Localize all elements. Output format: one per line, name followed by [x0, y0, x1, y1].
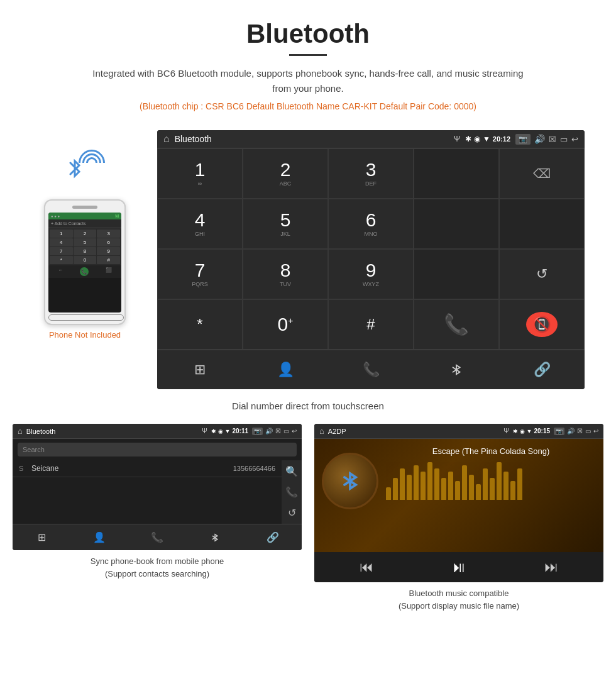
phone-key-9: 9 [97, 247, 120, 255]
pb-x-icon[interactable]: ☒ [275, 428, 281, 435]
phone-key-star: * [50, 256, 73, 264]
topbar-icons-right: 📷 🔊 ☒ ▭ ↩ [515, 134, 578, 145]
pb-search-bar[interactable]: Search [18, 443, 297, 456]
eq-bar [469, 475, 474, 500]
usb-icon: Ψ [454, 135, 460, 143]
dial-call-green-btn[interactable]: 📞 [414, 299, 499, 350]
location-icon: ◉ [474, 135, 480, 143]
pb-nav-bt[interactable] [186, 528, 244, 546]
music-prev-btn[interactable]: ⏮ [360, 559, 373, 575]
eq-bar [421, 472, 426, 500]
phone-key-8: 8 [74, 247, 97, 255]
phone-key-3: 3 [97, 230, 120, 238]
dial-key-6[interactable]: 6 MNO [328, 199, 414, 249]
main-section: ● ● ● M + Add to Contacts 1 2 3 4 5 6 7 … [0, 130, 616, 389]
dial-key-3[interactable]: 3 DEF [328, 148, 414, 199]
nav-grid-btn[interactable]: ⊞ [157, 357, 243, 383]
dial-star: * [197, 316, 202, 333]
music-caption-line1: Bluetooth music compatible [409, 589, 509, 598]
dial-key-0[interactable]: 0+ [243, 299, 328, 350]
pb-vol-icon[interactable]: 🔊 [265, 428, 273, 435]
dial-key-9[interactable]: 9 WXYZ [328, 249, 414, 299]
volume-icon[interactable]: 🔊 [534, 134, 545, 144]
nav-phone-btn[interactable]: 📞 [328, 357, 414, 383]
dial-key-1[interactable]: 1 ∞ [157, 148, 243, 199]
pb-camera-icon[interactable]: 📷 [252, 428, 263, 435]
phone-device: ● ● ● M + Add to Contacts 1 2 3 4 5 6 7 … [44, 199, 126, 325]
pb-title: Bluetooth [26, 428, 198, 435]
home-icon[interactable]: ⌂ [163, 133, 170, 145]
pb-home-icon[interactable]: ⌂ [18, 426, 23, 436]
music-topbar: ⌂ A2DP Ψ ✱ ◉ ▼ 20:15 📷 🔊 ☒ ▭ ↩ [314, 424, 603, 439]
music-back-icon[interactable]: ↩ [593, 428, 598, 435]
phone-call-btn: 📞 [80, 267, 89, 276]
dial-key-2[interactable]: 2 ABC [243, 148, 328, 199]
bt-status-icon: ✱ [465, 135, 471, 143]
pb-refresh-icon[interactable]: ↺ [288, 507, 296, 519]
pb-back-icon[interactable]: ↩ [292, 428, 297, 435]
nav-link-btn[interactable]: 🔗 [499, 357, 585, 383]
pb-topbar: ⌂ Bluetooth Ψ ✱ ◉ ▼ 20:11 📷 🔊 ☒ ▭ ↩ [13, 424, 302, 439]
dial-letters-5: JKL [280, 231, 290, 237]
pb-search-icon[interactable]: 🔍 [285, 465, 298, 477]
dial-empty-1 [414, 148, 499, 199]
dial-key-5[interactable]: 5 JKL [243, 199, 328, 249]
eq-bar [414, 465, 419, 500]
dial-key-star[interactable]: * [157, 299, 243, 350]
phone-key-2: 2 [74, 230, 97, 238]
phone-screen-header: ● ● ● M [48, 213, 121, 219]
music-x-icon[interactable]: ☒ [577, 428, 583, 435]
dial-empty-3 [499, 199, 585, 249]
nav-contacts-btn[interactable]: 👤 [243, 357, 328, 383]
dial-number-7: 7 [195, 261, 206, 280]
refresh-icon: ↺ [536, 266, 547, 282]
phonebook-screen: ⌂ Bluetooth Ψ ✱ ◉ ▼ 20:11 📷 🔊 ☒ ▭ ↩ [13, 424, 302, 550]
dial-screen-container: ⌂ Bluetooth Ψ ✱ ◉ ▼ 20:12 📷 🔊 ☒ ▭ ↩ [157, 130, 597, 389]
pb-bottom-nav: ⊞ 👤 📞 🔗 [13, 524, 302, 550]
music-album-art [322, 453, 378, 509]
car-topbar: ⌂ Bluetooth Ψ ✱ ◉ ▼ 20:12 📷 🔊 ☒ ▭ ↩ [157, 130, 585, 148]
music-win-icon[interactable]: ▭ [585, 428, 591, 435]
pb-contact-name: Seicane [31, 464, 228, 473]
dial-key-hash[interactable]: # [328, 299, 414, 350]
dial-backspace[interactable]: ⌫ [499, 148, 585, 199]
music-next-btn[interactable]: ⏭ [544, 559, 558, 575]
dial-key-4[interactable]: 4 GHI [157, 199, 243, 249]
dial-key-8[interactable]: 8 TUV [243, 249, 328, 299]
music-home-icon[interactable]: ⌂ [319, 426, 324, 436]
window-icon[interactable]: ▭ [560, 135, 568, 144]
music-controls: ⏮ ⏯ ⏭ [314, 552, 603, 582]
music-camera-icon[interactable]: 📷 [554, 428, 564, 435]
dial-key-7[interactable]: 7 PQRS [157, 249, 243, 299]
music-time: 20:15 [534, 428, 550, 434]
dial-number-0: 0+ [278, 315, 294, 334]
music-playpause-btn[interactable]: ⏯ [451, 558, 466, 576]
dial-letters-7: PQRS [192, 281, 208, 287]
music-vol-icon[interactable]: 🔊 [567, 428, 575, 435]
eq-bar [441, 478, 446, 500]
camera-icon-box[interactable]: 📷 [515, 134, 531, 145]
nav-bluetooth-btn[interactable] [414, 357, 499, 383]
pb-nav-contacts[interactable]: 👤 [70, 528, 128, 546]
dial-number-8: 8 [280, 261, 291, 280]
eq-bar [407, 475, 412, 500]
music-caption: Bluetooth music compatible (Support disp… [399, 587, 519, 612]
dial-number-6: 6 [366, 211, 377, 230]
dial-call-red-btn[interactable]: 📵 [499, 299, 585, 350]
phone-signal: M [61, 214, 119, 218]
phone-bottom-bar: ← 📞 ⬛ [48, 265, 121, 278]
dial-letters-3: DEF [365, 180, 377, 187]
eq-bar [427, 462, 432, 500]
music-screen: ⌂ A2DP Ψ ✱ ◉ ▼ 20:15 📷 🔊 ☒ ▭ ↩ [314, 424, 603, 582]
pb-call-icon[interactable]: 📞 [285, 486, 298, 498]
x-icon[interactable]: ☒ [549, 135, 556, 144]
dial-refresh[interactable]: ↺ [499, 249, 585, 299]
pb-contact-row[interactable]: S Seicane 13566664466 [13, 460, 282, 477]
dial-keypad-grid: 1 ∞ 2 ABC 3 DEF ⌫ 4 GHI [157, 148, 585, 350]
pb-nav-phone[interactable]: 📞 [128, 528, 186, 546]
pb-nav-link[interactable]: 🔗 [244, 528, 302, 546]
pb-win-icon[interactable]: ▭ [283, 428, 289, 435]
pb-contact-letter: S [19, 465, 26, 472]
pb-nav-grid[interactable]: ⊞ [13, 528, 70, 546]
back-icon[interactable]: ↩ [571, 135, 578, 144]
